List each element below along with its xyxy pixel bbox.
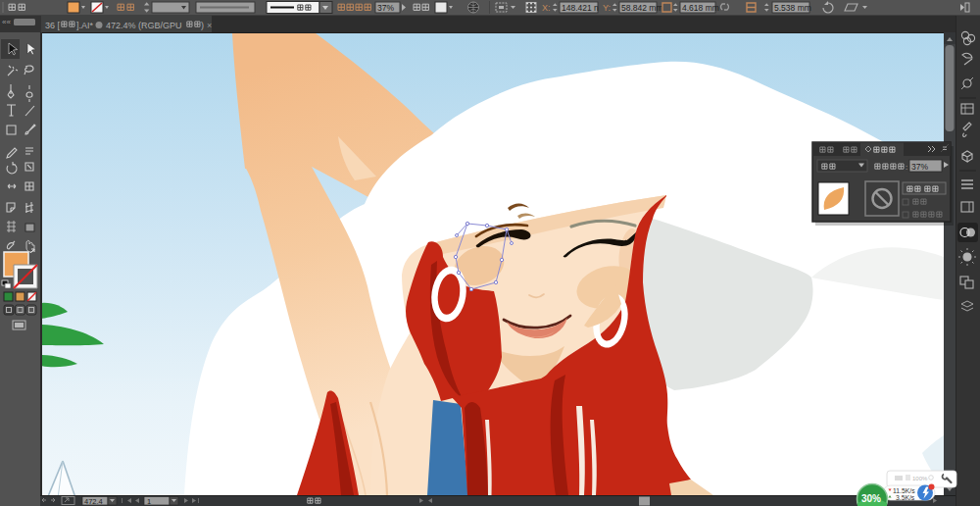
svg-text:Y:: Y:: [603, 3, 611, 13]
svg-text:×: ×: [207, 21, 212, 30]
svg-text:472.4: 472.4: [84, 497, 103, 506]
svg-text:58.842 mm: 58.842 mm: [621, 3, 663, 13]
svg-text:472.4% (RGB/GPU: 472.4% (RGB/GPU: [106, 21, 182, 30]
svg-text:3.5K/s: 3.5K/s: [896, 494, 915, 501]
svg-text:100%: 100%: [912, 476, 928, 481]
svg-text:37%: 37%: [911, 162, 928, 172]
svg-text:X:: X:: [542, 3, 551, 13]
svg-text::: :: [906, 163, 907, 172]
svg-text:].AI*: ].AI*: [76, 21, 94, 30]
svg-text:««: ««: [2, 18, 11, 26]
svg-text:37%: 37%: [377, 3, 394, 13]
svg-text:4.618 mm: 4.618 mm: [682, 3, 719, 13]
svg-text:5.538 mm: 5.538 mm: [774, 3, 811, 13]
svg-text:11.5K/s: 11.5K/s: [893, 487, 915, 494]
svg-text:1: 1: [147, 497, 151, 506]
svg-text:36 [: 36 [: [45, 21, 61, 30]
svg-text:): ): [201, 21, 204, 30]
svg-text:148.421 n: 148.421 n: [562, 3, 599, 13]
svg-text:30%: 30%: [861, 493, 881, 504]
